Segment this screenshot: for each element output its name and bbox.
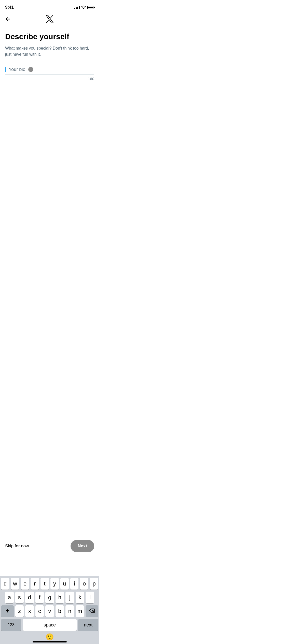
char-count: 160 xyxy=(5,77,94,81)
page-subtitle: What makes you special? Don't think too … xyxy=(5,45,94,57)
bio-placeholder: Your bio xyxy=(9,67,25,72)
nav-bar xyxy=(0,12,99,26)
bio-label-area: Your bio xyxy=(5,67,94,72)
bio-cursor xyxy=(5,67,6,72)
signal-icon xyxy=(74,6,80,9)
status-icons xyxy=(74,5,94,10)
status-bar: 9:41 xyxy=(0,0,99,12)
battery-icon xyxy=(87,6,94,9)
bio-field-container[interactable]: Your bio 160 xyxy=(5,67,94,81)
main-content: Describe yourself What makes you special… xyxy=(0,26,99,81)
page-title: Describe yourself xyxy=(5,32,94,41)
bio-cursor-dot xyxy=(28,67,33,72)
wifi-icon xyxy=(81,5,86,10)
x-logo xyxy=(46,15,54,23)
back-button[interactable] xyxy=(5,16,11,22)
status-time: 9:41 xyxy=(5,5,14,10)
bio-underline xyxy=(5,74,94,75)
